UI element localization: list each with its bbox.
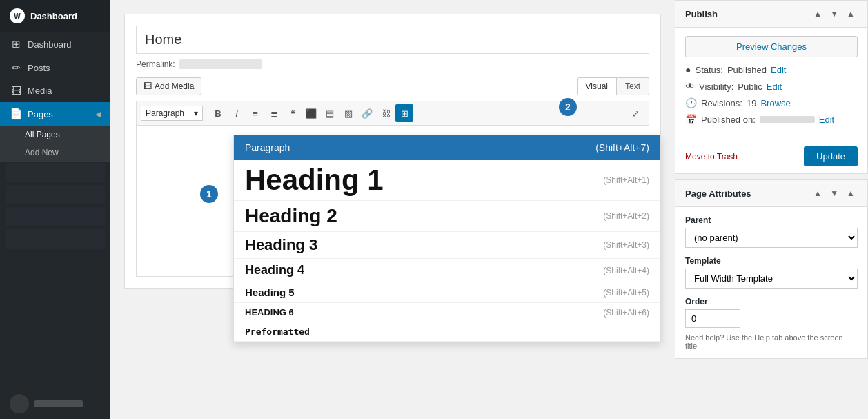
sidebar-item-posts[interactable]: ✏ Posts xyxy=(0,56,110,79)
revisions-icon: 🕐 xyxy=(685,97,697,108)
publish-collapse-down[interactable]: ▼ xyxy=(827,8,841,20)
parent-label: Parent xyxy=(685,215,858,225)
template-select[interactable]: Full Width Template xyxy=(685,269,858,289)
sidebar-item-label-pages: Pages xyxy=(28,109,53,119)
add-media-button[interactable]: 🎞 Add Media xyxy=(136,77,201,95)
visibility-row: 👁 Visibility: Public Edit xyxy=(685,81,858,92)
publish-collapse-up[interactable]: ▲ xyxy=(811,8,825,20)
sidebar-logo-label: Dashboard xyxy=(30,11,77,21)
h6-shortcut: (Shift+Alt+6) xyxy=(603,308,649,318)
h6-label: HEADING 6 xyxy=(245,307,294,318)
italic-button[interactable]: I xyxy=(228,104,246,122)
permalink-label: Permalink: xyxy=(136,59,175,69)
revisions-browse-link[interactable]: Browse xyxy=(760,98,790,108)
sidebar-sub-item-add-new[interactable]: Add New xyxy=(0,144,110,162)
h4-shortcut: (Shift+Alt+4) xyxy=(603,266,649,275)
align-center-button[interactable]: ▤ xyxy=(321,104,339,122)
revisions-label: Revisions: xyxy=(701,98,742,108)
paragraph-dropdown-menu: Paragraph (Shift+Alt+7) Heading 1 (Shift… xyxy=(233,135,661,342)
sidebar-blurred-4 xyxy=(6,229,105,249)
right-panel: Publish ▲ ▼ ▲ Preview Changes ● Status: … xyxy=(675,0,868,419)
pages-icon: 📄 xyxy=(10,108,22,120)
status-value: Published xyxy=(727,65,767,75)
sidebar-sub-item-all-pages[interactable]: All Pages xyxy=(0,126,110,144)
sidebar-item-dashboard[interactable]: ⊞ Dashboard xyxy=(0,32,110,56)
posts-icon: ✏ xyxy=(10,61,22,74)
attr-collapse-toggle[interactable]: ▲ xyxy=(844,187,858,199)
update-button[interactable]: Update xyxy=(804,146,858,166)
h2-shortcut: (Shift+Alt+2) xyxy=(603,211,649,221)
unlink-button[interactable]: ⛓ xyxy=(377,104,395,122)
status-icon: ● xyxy=(685,64,691,75)
blockquote-button[interactable]: ❝ xyxy=(284,104,302,122)
dropdown-item-h5[interactable]: Heading 5 (Shift+Alt+5) xyxy=(234,282,660,303)
toggle-toolbar-button[interactable]: ⊞ xyxy=(395,104,413,122)
h3-shortcut: (Shift+Alt+3) xyxy=(603,240,649,250)
ordered-list-button[interactable]: ≣ xyxy=(265,104,283,122)
page-attributes-body: Parent (no parent) Template Full Width T… xyxy=(675,207,867,358)
permalink-url-blur xyxy=(179,59,262,69)
sidebar-item-label-media: Media xyxy=(28,86,52,96)
dropdown-header-label: Paragraph xyxy=(245,142,290,153)
attr-collapse-down[interactable]: ▼ xyxy=(827,187,841,199)
sidebar-item-pages[interactable]: 📄 Pages ◀ xyxy=(0,102,110,126)
dashboard-icon: ⊞ xyxy=(10,38,22,50)
dropdown-item-pre[interactable]: Preformatted xyxy=(234,322,660,342)
parent-select[interactable]: (no parent) xyxy=(685,228,858,248)
dropdown-item-h2[interactable]: Heading 2 (Shift+Alt+2) xyxy=(234,201,660,232)
dropdown-item-h1[interactable]: Heading 1 (Shift+Alt+1) xyxy=(234,160,660,201)
tab-text[interactable]: Text xyxy=(617,77,649,95)
sidebar-item-label-posts: Posts xyxy=(28,63,50,73)
link-button[interactable]: 🔗 xyxy=(358,104,376,122)
pages-collapse-icon: ◀ xyxy=(95,110,101,119)
visual-text-tabs: Visual Text xyxy=(577,77,649,95)
align-left-button[interactable]: ⬛ xyxy=(302,104,320,122)
dropdown-item-h4[interactable]: Heading 4 (Shift+Alt+4) xyxy=(234,259,660,282)
media-icon: 🎞 xyxy=(10,85,22,97)
status-label: Status: xyxy=(695,65,722,75)
published-on-edit-link[interactable]: Edit xyxy=(819,115,834,125)
move-to-trash-link[interactable]: Move to Trash xyxy=(685,152,738,162)
dropdown-header-shortcut: (Shift+Alt+7) xyxy=(595,142,649,153)
order-input[interactable] xyxy=(685,309,740,328)
visibility-edit-link[interactable]: Edit xyxy=(767,81,782,92)
sidebar-item-media[interactable]: 🎞 Media xyxy=(0,79,110,102)
preview-changes-button[interactable]: Preview Changes xyxy=(685,36,858,57)
sidebar-blurred-2 xyxy=(6,185,105,204)
dropdown-header: Paragraph (Shift+Alt+7) xyxy=(234,135,660,160)
h4-label: Heading 4 xyxy=(245,263,304,277)
tab-visual[interactable]: Visual xyxy=(577,77,617,95)
align-right-button[interactable]: ▧ xyxy=(339,104,357,122)
add-media-label: Add Media xyxy=(155,81,194,91)
publish-footer: Move to Trash Update xyxy=(675,139,867,173)
published-on-label: Published on: xyxy=(701,115,756,125)
dropdown-item-h6[interactable]: HEADING 6 (Shift+Alt+6) xyxy=(234,303,660,322)
page-attributes-header: Page Attributes ▲ ▼ ▲ xyxy=(675,180,867,207)
bold-button[interactable]: B xyxy=(209,104,227,122)
page-attributes-section: Page Attributes ▲ ▼ ▲ Parent (no parent)… xyxy=(675,179,868,359)
sidebar-logo[interactable]: W Dashboard xyxy=(0,0,110,32)
dropdown-item-h3[interactable]: Heading 3 (Shift+Alt+3) xyxy=(234,232,660,259)
help-text: Need help? Use the Help tab above the sc… xyxy=(685,333,858,350)
fullscreen-button[interactable]: ⤢ xyxy=(627,104,644,122)
page-title-input[interactable] xyxy=(136,26,649,54)
status-edit-link[interactable]: Edit xyxy=(771,65,786,75)
revisions-row: 🕐 Revisions: 19 Browse xyxy=(685,97,858,108)
sidebar-blurred-3 xyxy=(6,207,105,226)
para-select-arrow: ▾ xyxy=(194,108,198,118)
template-label: Template xyxy=(685,256,858,266)
badge-2: 2 xyxy=(559,98,577,116)
pages-submenu: All Pages Add New xyxy=(0,126,110,162)
main-editor-area: Permalink: 🎞 Add Media Visual Text Parag… xyxy=(110,0,675,419)
sidebar: W Dashboard ⊞ Dashboard ✏ Posts 🎞 Media … xyxy=(0,0,110,419)
published-on-row: 📅 Published on: Edit xyxy=(685,114,858,125)
user-name-blur xyxy=(34,400,83,407)
unordered-list-button[interactable]: ≡ xyxy=(246,104,264,122)
h5-label: Heading 5 xyxy=(245,286,295,298)
publish-collapse-toggle[interactable]: ▲ xyxy=(844,8,858,20)
h5-shortcut: (Shift+Alt+5) xyxy=(603,288,649,298)
paragraph-format-select[interactable]: Paragraph ▾ xyxy=(141,106,203,121)
sidebar-item-label-dashboard: Dashboard xyxy=(28,39,72,50)
attr-collapse-up[interactable]: ▲ xyxy=(811,187,825,199)
visibility-value: Public xyxy=(738,81,762,92)
